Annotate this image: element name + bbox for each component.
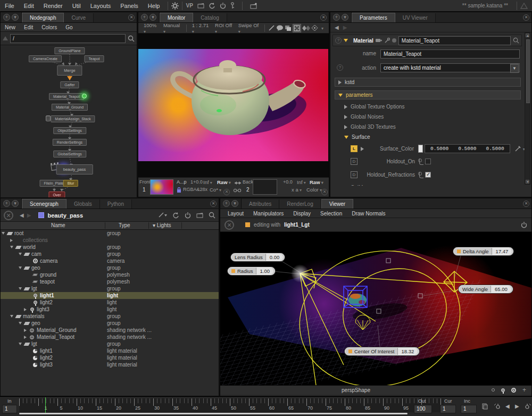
power-icon[interactable]: [220, 3, 226, 9]
menu-file[interactable]: File: [0, 0, 19, 12]
render-slate-icon[interactable]: [250, 3, 257, 9]
panel-add-icon[interactable]: +: [3, 200, 10, 207]
table-row[interactable]: groundpolymesh: [1, 271, 219, 278]
node-cameracreate[interactable]: CameraCreate: [29, 55, 62, 62]
name-value-field[interactable]: Material_Teapot: [380, 49, 520, 59]
front-color-dropdown[interactable]: Co*: [210, 187, 221, 193]
node-beauty-pass[interactable]: beauty_pass: [56, 164, 93, 174]
node-merge[interactable]: Merge: [57, 65, 82, 76]
back-inf-dropdown[interactable]: Inf: [297, 179, 306, 185]
panel-add-icon[interactable]: +: [141, 14, 148, 21]
tab-python[interactable]: Python: [100, 199, 132, 209]
power-icon[interactable]: [521, 222, 527, 228]
menu-edit[interactable]: Edit: [19, 0, 39, 12]
panel-menu-icon[interactable]: ▾: [231, 200, 238, 207]
menu-help[interactable]: Help: [143, 0, 165, 12]
panel-menu-icon[interactable]: ▾: [342, 14, 348, 21]
parameters-group[interactable]: parameters: [335, 90, 521, 99]
holdout-on-row[interactable]: D Holdout_On: [351, 158, 431, 165]
menu-edit-ng[interactable]: Edit: [20, 23, 37, 31]
timeline-scrollbar[interactable]: [19, 413, 408, 414]
edit-flag-green-icon[interactable]: [82, 94, 87, 98]
back-thumbnail[interactable]: [253, 179, 277, 195]
action-select[interactable]: create with kstd material: [380, 63, 520, 72]
close-icon[interactable]: ✕: [523, 14, 529, 21]
front-inf-dropdown[interactable]: Inf: [203, 179, 212, 185]
group-global-3d-textures[interactable]: Global 3D Textures: [344, 124, 396, 130]
panel-menu-icon[interactable]: ▾: [12, 200, 19, 207]
material-header[interactable]: ? Material Material_Teapot: [332, 35, 522, 46]
table-row[interactable]: light3light: [1, 306, 219, 313]
wrench-icon[interactable]: [384, 38, 390, 44]
clear-view-icon[interactable]: ✕: [225, 220, 234, 230]
menu-selection[interactable]: Selection: [316, 209, 346, 218]
in-field[interactable]: 1: [2, 405, 17, 413]
table-row[interactable]: collections: [1, 237, 219, 244]
inc-field[interactable]: 1: [461, 405, 477, 413]
step-back-icon[interactable]: ◀: [505, 403, 510, 409]
table-row[interactable]: geogroup: [1, 264, 219, 271]
table-row[interactable]: light1light material: [1, 347, 219, 354]
table-row[interactable]: light2light material: [1, 354, 219, 361]
gear-icon[interactable]: [171, 2, 179, 10]
panel-menu-icon[interactable]: ▾: [149, 14, 156, 21]
comment-icon[interactable]: [276, 25, 284, 31]
viewer-3d-viewport[interactable]: Lens Radius0.00 Radius1.00 Delta Angle17…: [220, 232, 531, 385]
node-blur[interactable]: Blur: [63, 180, 78, 187]
dot-icon[interactable]: [492, 388, 495, 392]
tab-renderlog[interactable]: RenderLog: [279, 199, 321, 209]
group-colmap[interactable]: ColMap: [344, 185, 369, 186]
back-channels-dropdown[interactable]: x a: [292, 187, 302, 193]
tab-viewer[interactable]: Viewer: [321, 199, 353, 209]
scrollbar-vertical[interactable]: ▲ ▼: [525, 32, 530, 185]
local-flag-badge[interactable]: L: [351, 145, 358, 152]
table-row[interactable]: Material_Groundshading network ...: [1, 327, 219, 334]
help-icon[interactable]: ?: [337, 64, 343, 71]
node-globalsettings[interactable]: GlobalSettings: [53, 151, 86, 157]
holdout-on-checkbox[interactable]: [425, 159, 431, 164]
update-mode-dropdown[interactable]: Manual: [161, 22, 183, 34]
panel-menu-icon[interactable]: ▾: [12, 14, 19, 21]
table-row[interactable]: worldgroup: [1, 244, 219, 251]
table-row[interactable]: teapotpolymesh: [1, 278, 219, 285]
table-row[interactable]: Material_Teapotshading network ...: [1, 334, 219, 340]
tab-attributes[interactable]: Attributes: [242, 199, 279, 209]
pen-icon[interactable]: [268, 24, 275, 31]
key-icon[interactable]: [230, 2, 235, 9]
menu-go[interactable]: Go: [61, 23, 77, 31]
table-row[interactable]: camgroup: [1, 251, 219, 257]
menu-manipulators[interactable]: Manipulators: [249, 209, 288, 218]
key-prev-icon[interactable]: [494, 403, 501, 410]
clear-back-icon[interactable]: ✕: [321, 189, 328, 195]
pencil-dropdown-icon[interactable]: [159, 212, 167, 218]
node-rendersettings[interactable]: RenderSettings: [53, 139, 87, 146]
search-icon[interactable]: [128, 35, 135, 42]
scroll-down-icon[interactable]: ▼: [526, 180, 529, 184]
default-flag-badge[interactable]: D: [351, 171, 358, 178]
group-global-noises[interactable]: Global Noises: [344, 114, 384, 120]
aspect-dropdown[interactable]: 1 : 2.71: [190, 22, 212, 34]
node-search-input[interactable]: [10, 34, 126, 43]
menu-draw-normals[interactable]: Draw Normals: [347, 209, 389, 218]
node-name-field[interactable]: Material_Teapot: [398, 36, 511, 45]
tab-nodegraph[interactable]: Nodegraph: [22, 13, 64, 22]
menu-util[interactable]: Util: [68, 0, 86, 12]
step-forward-icon[interactable]: ▶: [515, 403, 519, 409]
tab-catalog[interactable]: Catalog: [193, 13, 227, 22]
clear-front-icon[interactable]: ✕: [223, 189, 230, 195]
action-caret-icon[interactable]: ▼: [510, 64, 519, 73]
slate-icon[interactable]: [197, 3, 204, 9]
back-raw-dropdown[interactable]: Raw: [310, 179, 323, 185]
clear-view-icon[interactable]: ✕: [4, 211, 13, 220]
close-icon[interactable]: ✕: [210, 201, 217, 207]
group-global-texture-options[interactable]: Global Texture Options: [344, 104, 405, 110]
node-material-teapot[interactable]: Material_Teapot: [49, 93, 84, 100]
crosshair-diamond-icon[interactable]: [311, 24, 318, 31]
table-row[interactable]: lgtgroup: [1, 285, 219, 292]
copy-frame-icon[interactable]: [482, 403, 488, 410]
probe-options-caret[interactable]: [319, 25, 326, 31]
pixel-probe-icon[interactable]: [302, 25, 310, 31]
camera-icon[interactable]: [511, 388, 516, 393]
kstd-group[interactable]: kstd: [335, 78, 521, 87]
table-row[interactable]: lgtgroup: [1, 340, 219, 347]
